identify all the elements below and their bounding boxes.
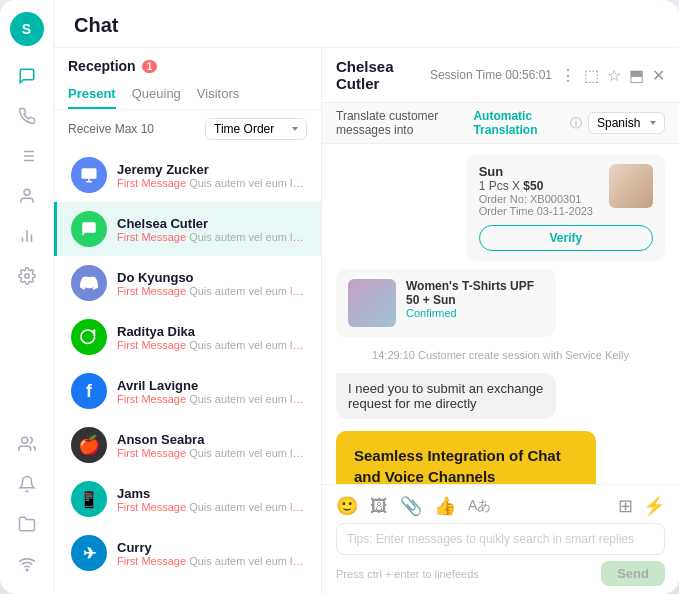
- chat-header: Chelsea Cutler Session Time 00:56:01 ⋮ ⬚…: [322, 48, 679, 103]
- close-icon[interactable]: ✕: [652, 66, 665, 85]
- filter-bar: Receive Max 10 Time Order Priority Order: [54, 110, 321, 148]
- main-content: Chat Reception 1 Present Queuing Visitor…: [54, 0, 679, 594]
- contact-item-avril[interactable]: f Avril Lavigne First Message Quis autem…: [54, 364, 321, 418]
- contact-avatar-avril: f: [71, 373, 107, 409]
- contact-info-jams: Jams First Message Quis autem vel eum lu…: [117, 486, 307, 513]
- contact-info-anson: Anson Seabra First Message Quis autem ve…: [117, 432, 307, 459]
- contact-info-chelsea: Chelsea Cutler First Message Quis autem …: [117, 216, 307, 243]
- toolbar-right: ⊞ ⚡: [618, 495, 665, 517]
- contact-item-anson[interactable]: 🍎 Anson Seabra First Message Quis autem …: [54, 418, 321, 472]
- tab-queuing[interactable]: Queuing: [132, 80, 181, 109]
- order-no: Order No: XB000301: [479, 193, 593, 205]
- product-thumbnail: [348, 279, 396, 327]
- contact-info-avril: Avril Lavigne First Message Quis autem v…: [117, 378, 307, 405]
- attachment-icon[interactable]: 📎: [400, 495, 422, 517]
- sidebar-item-phone[interactable]: [9, 98, 45, 134]
- contact-name-avril: Avril Lavigne: [117, 378, 307, 393]
- contact-preview-jeremy: First Message Quis autem vel eum lu...: [117, 177, 307, 189]
- left-panel: Reception 1 Present Queuing Visitors Rec…: [54, 48, 322, 594]
- contact-item-curry[interactable]: ✈ Curry First Message Quis autem vel eum…: [54, 526, 321, 580]
- page-title: Chat: [74, 14, 659, 37]
- translate-label: Translate customer messages into: [336, 109, 467, 137]
- contact-preview-anson: First Message Quis autem vel eum lu...: [117, 447, 307, 459]
- reception-tabs: Present Queuing Visitors: [54, 80, 321, 110]
- contact-avatar-chelsea: [71, 211, 107, 247]
- sidebar-item-files[interactable]: [9, 506, 45, 542]
- contact-info-do: Do Kyungso First Message Quis autem vel …: [117, 270, 307, 297]
- contact-preview-do: First Message Quis autem vel eum lu...: [117, 285, 307, 297]
- contact-preview-chelsea: First Message Quis autem vel eum lu...: [117, 231, 307, 243]
- sidebar-item-wifi[interactable]: [9, 546, 45, 582]
- contact-info-curry: Curry First Message Quis autem vel eum l…: [117, 540, 307, 567]
- order-image: [609, 164, 653, 208]
- contact-preview-raditya: First Message Quis autem vel eum lu...: [117, 339, 307, 351]
- right-panel: Chelsea Cutler Session Time 00:56:01 ⋮ ⬚…: [322, 48, 679, 594]
- sidebar-item-chat[interactable]: [9, 58, 45, 94]
- order-qty-price: 1 Pcs X $50: [479, 179, 593, 193]
- chat-toolbar: 🙂 🖼 📎 👍 Aあ ⊞ ⚡: [336, 491, 665, 523]
- filter-select[interactable]: Time Order Priority Order: [205, 118, 307, 140]
- contact-list: Jeremy Zucker First Message Quis autem v…: [54, 148, 321, 594]
- sidebar-item-analytics[interactable]: [9, 218, 45, 254]
- reception-badge: 1: [142, 60, 158, 73]
- sidebar-item-people[interactable]: [9, 426, 45, 462]
- contact-avatar-raditya: [71, 319, 107, 355]
- contact-name-chelsea: Chelsea Cutler: [117, 216, 307, 231]
- contact-item-jeremy[interactable]: Jeremy Zucker First Message Quis autem v…: [54, 148, 321, 202]
- export-icon[interactable]: ⬒: [629, 66, 644, 85]
- product-name: Women's T-Shirts UPF 50 + Sun: [406, 279, 544, 307]
- smart-reply-tip: Tips: Enter messages to quikly search in…: [347, 532, 634, 546]
- contact-item-chelsea[interactable]: Chelsea Cutler First Message Quis autem …: [54, 202, 321, 256]
- session-time: Session Time 00:56:01: [430, 68, 552, 82]
- svg-point-6: [24, 189, 30, 195]
- linefeeds-hint: Press ctrl + enter to linefeeds: [336, 568, 479, 580]
- translate-language-select[interactable]: Spanish French German Chinese: [588, 112, 665, 134]
- avatar: S: [10, 12, 44, 46]
- contact-avatar-jams: 📱: [71, 481, 107, 517]
- contact-item-jams[interactable]: 📱 Jams First Message Quis autem vel eum …: [54, 472, 321, 526]
- verify-button[interactable]: Verify: [479, 225, 653, 251]
- sidebar-item-notifications[interactable]: [9, 466, 45, 502]
- contact-name-do: Do Kyungso: [117, 270, 307, 285]
- emoji-icon[interactable]: 🙂: [336, 495, 358, 517]
- lightning-icon[interactable]: ⚡: [643, 495, 665, 517]
- svg-point-10: [24, 274, 29, 279]
- chat-header-actions: ⋮ ⬚ ☆ ⬒ ✕: [560, 66, 665, 85]
- contact-avatar-jeremy: [71, 157, 107, 193]
- contact-name-jams: Jams: [117, 486, 307, 501]
- contact-name-jeremy: Jeremy Zucker: [117, 162, 307, 177]
- svg-rect-13: [82, 168, 97, 179]
- message-input-box[interactable]: Tips: Enter messages to quikly search in…: [336, 523, 665, 555]
- translate-icon[interactable]: Aあ: [468, 497, 491, 515]
- contact-avatar-curry: ✈: [71, 535, 107, 571]
- contact-preview-jams: First Message Quis autem vel eum lu...: [117, 501, 307, 513]
- contact-item-raditya[interactable]: Raditya Dika First Message Quis autem ve…: [54, 310, 321, 364]
- contact-avatar-anson: 🍎: [71, 427, 107, 463]
- contact-item-do[interactable]: Do Kyungso First Message Quis autem vel …: [54, 256, 321, 310]
- contact-name-raditya: Raditya Dika: [117, 324, 307, 339]
- app-window: S: [0, 0, 679, 594]
- more-icon[interactable]: ⋮: [560, 66, 576, 85]
- sidebar-item-settings[interactable]: [9, 258, 45, 294]
- order-title: Sun: [479, 164, 593, 179]
- image-icon[interactable]: 🖼: [370, 496, 388, 517]
- sidebar-icons: S: [0, 0, 54, 594]
- bookmark-icon[interactable]: ⬚: [584, 66, 599, 85]
- tab-visitors[interactable]: Visitors: [197, 80, 239, 109]
- tab-present[interactable]: Present: [68, 80, 116, 109]
- contact-avatar-do: [71, 265, 107, 301]
- star-icon[interactable]: ☆: [607, 66, 621, 85]
- chat-messages: Sun 1 Pcs X $50 Order No: XB000301 Order…: [322, 144, 679, 484]
- contact-preview-avril: First Message Quis autem vel eum lu...: [117, 393, 307, 405]
- grid-icon[interactable]: ⊞: [618, 495, 633, 517]
- send-row: Press ctrl + enter to linefeeds Send: [336, 555, 665, 588]
- product-card: Women's T-Shirts UPF 50 + Sun Confirmed: [336, 269, 556, 337]
- sidebar-item-list[interactable]: [9, 138, 45, 174]
- send-button[interactable]: Send: [601, 561, 665, 586]
- filter-label: Receive Max 10: [68, 122, 154, 136]
- sidebar-item-contacts[interactable]: [9, 178, 45, 214]
- contact-info-raditya: Raditya Dika First Message Quis autem ve…: [117, 324, 307, 351]
- like-icon[interactable]: 👍: [434, 495, 456, 517]
- translate-bar: Translate customer messages into Automat…: [322, 103, 679, 144]
- promotion-banner: Seamless Integration of Chat and Voice C…: [336, 431, 596, 484]
